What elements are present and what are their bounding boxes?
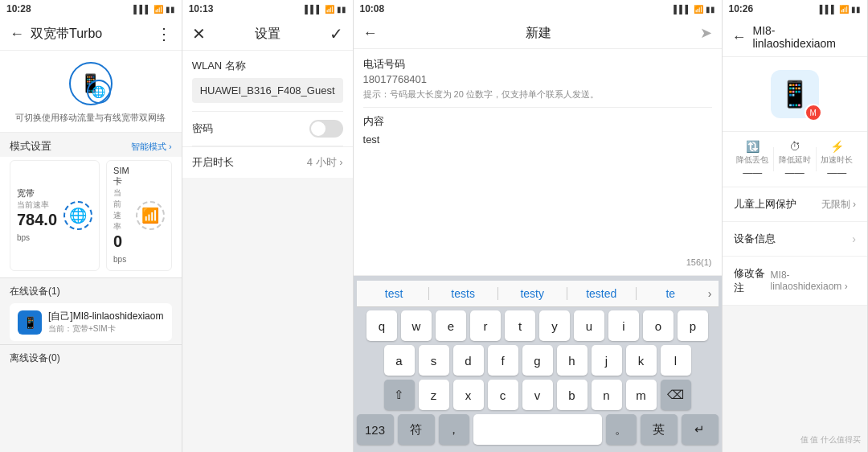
suggestion-tested[interactable]: tested (567, 286, 636, 302)
divider-sms (363, 107, 712, 108)
key-enter[interactable]: ↵ (682, 414, 719, 445)
key-c[interactable]: c (488, 380, 518, 410)
key-shift[interactable]: ⇧ (384, 380, 415, 410)
back-button-4[interactable]: ← (732, 29, 747, 46)
suggestion-testy[interactable]: testy (498, 286, 567, 302)
avatar-section: 📱 M (723, 57, 867, 132)
avatar-wrap: 📱 M (771, 70, 819, 118)
key-l[interactable]: l (661, 345, 691, 376)
status-bar-3: 10:08 ▌▌▌ 📶 ▮▮ (354, 0, 722, 18)
broadband-subtitle: 当前速率 (17, 199, 57, 211)
suggestion-test[interactable]: test (360, 286, 428, 302)
menu-device-info[interactable]: 设备信息 › (723, 222, 867, 257)
battery-icon-3: ▮▮ (706, 5, 715, 14)
key-y[interactable]: y (539, 310, 570, 341)
key-g[interactable]: g (522, 345, 553, 376)
broadband-title: 宽带 (17, 187, 57, 199)
key-d[interactable]: d (453, 345, 484, 376)
back-button-3[interactable]: ← (363, 25, 378, 42)
hint-text: 提示：号码最大长度为 20 位数字，仅支持单个联系人发送。 (363, 88, 712, 101)
confirm-button[interactable]: ✓ (330, 24, 343, 43)
wlan-label: WLAN 名称 (192, 59, 343, 73)
packet-loss-label: 降低丢包 (736, 154, 768, 166)
wlan-name-field: WLAN 名称 HUAWEI_B316_F408_Guest (192, 51, 343, 112)
accel-icon: ⚡ (830, 140, 844, 153)
watermark-text: 值 什么值得买 (810, 434, 861, 446)
key-e[interactable]: e (436, 310, 466, 341)
key-p[interactable]: p (678, 310, 708, 341)
time-1: 10:28 (6, 3, 31, 14)
phone-value[interactable]: 18017768401 (363, 73, 712, 85)
key-s[interactable]: s (419, 345, 449, 376)
time-2: 10:13 (189, 3, 214, 14)
time-value: 4 小时 › (307, 155, 343, 170)
key-period[interactable]: 。 (606, 414, 637, 445)
key-m[interactable]: m (626, 380, 657, 410)
time-label: 开启时长 (192, 155, 234, 170)
key-comma[interactable]: ， (439, 414, 469, 445)
suggestion-te[interactable]: te (637, 286, 705, 302)
time-row[interactable]: 开启时长 4 小时 › (182, 146, 353, 178)
key-w[interactable]: w (401, 310, 432, 341)
key-f[interactable]: f (488, 345, 518, 376)
send-button[interactable]: ➤ (700, 24, 712, 42)
menu-child-protection[interactable]: 儿童上网保护 无限制 › (723, 187, 867, 222)
packet-loss-value: —— (743, 167, 762, 179)
panel-new-sms: 10:08 ▌▌▌ 📶 ▮▮ ← 新建 ➤ 电话号码 18017768401 提… (354, 0, 723, 452)
suggestion-tests[interactable]: tests (429, 286, 497, 302)
key-i[interactable]: i (608, 310, 639, 341)
key-z[interactable]: z (419, 380, 449, 410)
signal-icon-3: ▌▌▌ (674, 5, 690, 14)
device-item[interactable]: 📱 [自己]MI8-linlaoshidexiaom 当前：宽带+SIM卡 (10, 303, 172, 341)
menu-list: 儿童上网保护 无限制 › 设备信息 › 修改备注 MI8-linlaoshide… (723, 187, 867, 306)
key-a[interactable]: a (384, 345, 415, 376)
key-r[interactable]: r (470, 310, 501, 341)
time-3: 10:08 (360, 3, 385, 14)
mode-section-header: 模式设置 智能模式 › (0, 133, 182, 157)
online-section: 在线设备(1) 📱 [自己]MI8-linlaoshidexiaom 当前：宽带… (0, 278, 182, 344)
key-k[interactable]: k (626, 345, 657, 376)
key-123[interactable]: 123 (357, 414, 394, 445)
key-o[interactable]: o (643, 310, 674, 341)
key-u[interactable]: u (574, 310, 604, 341)
sugg-more-arrow[interactable]: › (705, 287, 715, 300)
key-lang[interactable]: 英 (641, 414, 678, 445)
key-j[interactable]: j (592, 345, 622, 376)
mode-value[interactable]: 智能模式 › (131, 141, 172, 153)
accel-value: —— (827, 167, 846, 179)
more-button-1[interactable]: ⋮ (156, 24, 172, 43)
menu-remark[interactable]: 修改备注 MI8-linlaoshidexiaom › (723, 257, 867, 306)
broadband-info: 宽带 当前速率 784.0 bps (17, 187, 57, 244)
key-q[interactable]: q (366, 310, 397, 341)
wlan-value[interactable]: HUAWEI_B316_F408_Guest (192, 78, 343, 103)
offline-section: 离线设备(0) (0, 345, 182, 368)
key-t[interactable]: t (505, 310, 535, 341)
stat-packet-loss: 🔃 降低丢包 —— (732, 140, 774, 179)
wifi-icon-3: 📶 (694, 5, 703, 14)
key-h[interactable]: h (557, 345, 588, 376)
keyboard-row-4: 123 符 ， 。 英 ↵ (357, 414, 719, 445)
password-toggle[interactable] (309, 120, 343, 138)
status-icons-2: ▌▌▌ 📶 ▮▮ (305, 5, 346, 14)
key-delete[interactable]: ⌫ (661, 380, 691, 410)
status-bar-4: 10:26 ▌▌▌ 📶 ▮▮ (723, 0, 867, 18)
wifi-icon-2: 📶 (325, 5, 334, 14)
key-v[interactable]: v (522, 380, 553, 410)
sim-unit: bps (113, 255, 126, 264)
signal-icon-1: ▌▌▌ (133, 5, 150, 14)
back-button-1[interactable]: ← (10, 26, 24, 43)
device-conn: 当前：宽带+SIM卡 (48, 323, 163, 335)
key-space[interactable] (473, 414, 602, 445)
key-x[interactable]: x (453, 380, 484, 410)
close-button[interactable]: ✕ (192, 24, 206, 43)
sim-subtitle: 当前速率 (113, 187, 129, 232)
latency-icon: ⏱ (789, 140, 800, 153)
remark-value: MI8-linlaoshidexiaom › (771, 269, 856, 292)
packet-loss-icon: 🔃 (746, 140, 760, 153)
device-name: [自己]MI8-linlaoshidexiaom (48, 310, 163, 323)
key-n[interactable]: n (592, 380, 622, 410)
content-area[interactable]: test (363, 134, 712, 254)
key-b[interactable]: b (557, 380, 588, 410)
device-info-label: 设备信息 (734, 232, 776, 246)
key-symbol[interactable]: 符 (398, 414, 435, 445)
